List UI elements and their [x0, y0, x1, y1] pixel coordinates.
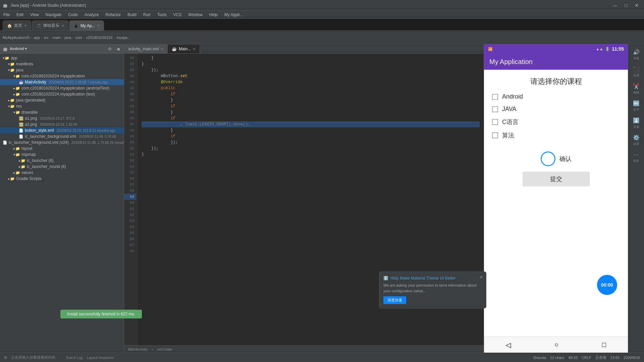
tree-item-iclauncher-bg[interactable]: 📄 ic_launcher_background.xml 2020/8/16 1… — [0, 133, 124, 139]
editor-tab-xml-close[interactable]: ✕ — [161, 47, 163, 51]
tree-item-java-gen[interactable]: ▸📁 java (generated) — [0, 97, 124, 103]
music-tab-icon: 🎵 — [36, 23, 41, 28]
notification-body: We are asking your permission to send in… — [383, 283, 482, 294]
tree-item-pkg[interactable]: ▾📁 com.c201801020224.myapplication — [0, 73, 124, 79]
device-frame: 📶 ▲▲ 🔋 11:55 My Application 请选择你的课程 And — [484, 44, 628, 353]
project-tree: ▾📁 app ▾📁 manifests ▾📁 java ▾📁 com.c2018… — [0, 54, 124, 353]
checkbox-clang-box[interactable] — [492, 119, 498, 125]
notification-close-button[interactable]: ✕ — [479, 275, 483, 280]
tree-item-layout[interactable]: ▸📁 layout — [0, 145, 124, 152]
tree-item-buttonstyle[interactable]: 📄 button_style.xml 2020/8/16 23:23, 241 … — [0, 127, 124, 133]
install-icon: ⬇️ — [633, 117, 640, 124]
sidebar-btn-more[interactable]: ⋯ 更多 — [630, 149, 643, 165]
tree-item-iclauncher-fg[interactable]: 📄 ic_launcher_foreground.xml (v24) 2020/… — [0, 139, 124, 145]
browser-tab-music[interactable]: 🎵 咪咕音乐 ✕ — [32, 20, 68, 31]
breadcrumb-myapp: myapp... — [116, 36, 130, 40]
tree-item-a2png[interactable]: 🖼️ a2.png 2020/8/16 23:18, 1.65 kB — [0, 121, 124, 127]
browser-tab-music-close[interactable]: ✕ — [61, 24, 64, 27]
event-log-btn[interactable]: Event Log — [66, 356, 83, 360]
nav-recent-button[interactable]: □ — [602, 341, 606, 349]
status-time: 23:55 — [610, 356, 620, 360]
app-tab-icon: 📱 — [73, 23, 78, 28]
sidebar-btn-install[interactable]: ⬇️ 安装 — [630, 115, 643, 131]
editor-tab-main-close[interactable]: ✕ — [193, 47, 196, 51]
checkbox-algo-box[interactable] — [492, 132, 498, 138]
tree-item-a1png[interactable]: 🖼️ a1.png 2020/8/16 23:17, 972 B — [0, 115, 124, 121]
sidebar-btn-screenshot[interactable]: ✂️ 截图 — [630, 81, 643, 97]
device-app-bar: My Application — [484, 54, 628, 70]
minimize-button[interactable]: — — [610, 1, 620, 9]
editor-tab-main-label: Main... — [179, 47, 191, 51]
device-nav-bar: ◁ ○ □ — [484, 337, 628, 353]
panel-settings-btn[interactable]: ⚙ — [106, 46, 113, 52]
panel-title: Android ▾ — [10, 47, 27, 51]
notification-title-text: Help Make Material Theme UI Better — [390, 276, 456, 281]
tree-item-mipmap[interactable]: ▾📁 mipmap — [0, 152, 124, 158]
layout-inspector-btn[interactable]: Layout Inspector — [87, 356, 114, 360]
nav-home-button[interactable]: ○ — [554, 341, 558, 349]
nav-back-button[interactable]: ◁ — [506, 341, 511, 349]
tree-item-mainactivity[interactable]: ☕ MainActivity 2020/8/16 23:42, 2.55 kB … — [0, 79, 124, 85]
menu-window[interactable]: Window — [185, 11, 206, 18]
tree-item-manifests[interactable]: ▾📁 manifests — [0, 61, 124, 67]
tree-item-androidtest[interactable]: ▸📁 com.c201801020224.myapplication (andr… — [0, 85, 124, 91]
tree-item-drawable[interactable]: ▾📁 drawable — [0, 109, 124, 115]
browser-tab-home[interactable]: 🏠 首页 ✕ — [3, 20, 31, 31]
device-content: 请选择你的课程 Android JAVA C语言 算法 — [484, 70, 628, 337]
browser-tab-app[interactable]: 📱 My Ap... ✕ — [69, 20, 104, 31]
browser-tab-home-label: 首页 — [14, 23, 22, 28]
tree-folder-icon: ▾📁 — [8, 104, 15, 109]
menu-run[interactable]: Run — [140, 11, 154, 18]
menu-file[interactable]: File — [0, 11, 13, 18]
tree-item-test[interactable]: ▸📁 com.c201801020224.myapplication (test… — [0, 91, 124, 97]
browser-tab-app-close[interactable]: ✕ — [97, 24, 100, 27]
windows-icon: ⊞ — [4, 355, 7, 360]
menu-code[interactable]: Code — [65, 11, 81, 18]
menu-build[interactable]: Build — [124, 11, 140, 18]
maximize-button[interactable]: □ — [621, 1, 631, 9]
tree-item-gradle[interactable]: ▸📁 Gradle Scripts — [0, 176, 124, 182]
sidebar-btn-volume[interactable]: 🔊 音量 — [630, 47, 643, 63]
menu-analyze[interactable]: Analyze — [81, 11, 102, 18]
submit-button[interactable]: 提交 — [523, 172, 590, 186]
checkbox-java-box[interactable] — [492, 106, 498, 112]
menu-view[interactable]: View — [27, 11, 42, 18]
confirm-text: 确认 — [559, 155, 572, 163]
tree-item-iclauncher[interactable]: ▸📁 ic_launcher (6) — [0, 158, 124, 164]
device-heading: 请选择你的课程 — [492, 76, 620, 86]
sidebar-btn-settings-label: 设置 — [633, 142, 639, 146]
timer-display: 00:00 — [601, 282, 613, 288]
browser-tab-home-close[interactable]: ✕ — [24, 24, 27, 27]
panel-collapse-btn[interactable]: ◀ — [114, 46, 121, 52]
notification-accept-button[interactable]: 深度加速 — [383, 296, 406, 304]
menu-help[interactable]: Help — [206, 11, 221, 18]
checkbox-android-box[interactable] — [492, 94, 498, 100]
close-button[interactable]: ✕ — [632, 1, 641, 9]
menu-edit[interactable]: Edit — [13, 11, 27, 18]
tree-folder-icon: ▾📁 — [8, 62, 15, 66]
menu-navigate[interactable]: Navigate — [42, 11, 65, 18]
sidebar-btn-multiopen[interactable]: 🔤 多开 — [630, 98, 643, 114]
menu-vcs[interactable]: VCS — [170, 11, 185, 18]
sidebar-btn-fullscreen[interactable]: ⬛ 全屏 — [630, 64, 643, 80]
tree-item-res[interactable]: ▾📁 res — [0, 103, 124, 109]
tree-item-java[interactable]: ▾📁 java — [0, 67, 124, 73]
tree-java-icon: ☕ — [19, 80, 23, 84]
tree-item-app[interactable]: ▾📁 app — [0, 55, 124, 61]
editor-tab-xml[interactable]: activity_main.xml ✕ — [124, 45, 168, 53]
browser-tab-app-label: My Ap... — [80, 23, 95, 28]
confirm-circle[interactable] — [541, 152, 555, 166]
tree-folder-icon: ▸📁 — [8, 98, 15, 103]
menu-refactor[interactable]: Refactor — [102, 11, 124, 18]
checkbox-clang: C语言 — [492, 118, 620, 126]
menu-tools[interactable]: Tools — [154, 11, 170, 18]
tree-item-values[interactable]: ▸📁 values — [0, 170, 124, 176]
browser-tab-music-label: 咪咕音乐 — [43, 23, 59, 28]
timer-widget[interactable]: 00:00 — [597, 275, 617, 295]
editor-tab-main[interactable]: ☕ Main... ✕ — [168, 45, 200, 53]
sidebar-btn-settings[interactable]: ⚙️ 设置 — [630, 132, 643, 148]
tree-folder-icon: ▸📁 — [13, 86, 20, 90]
menu-myapp[interactable]: My Appli... — [221, 11, 246, 18]
breadcrumb-app: app — [34, 36, 40, 40]
tree-item-iclauncher-round[interactable]: ▸📁 ic_launcher_round (6) — [0, 164, 124, 170]
